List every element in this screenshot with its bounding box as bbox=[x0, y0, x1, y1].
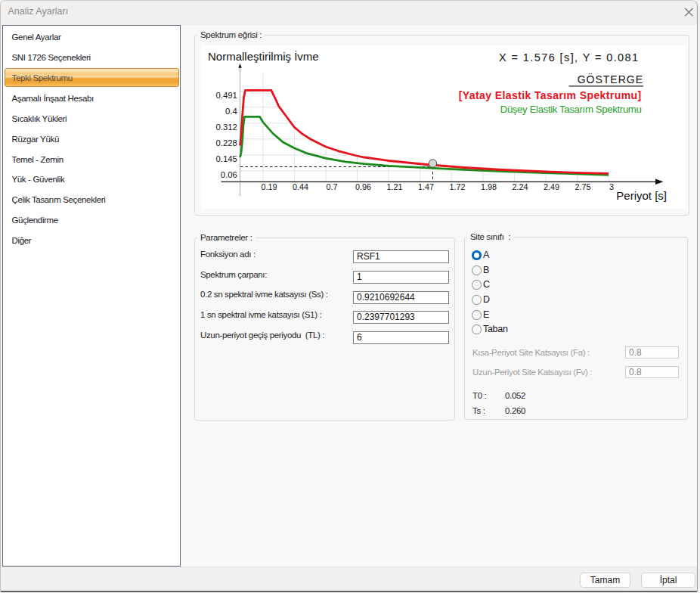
svg-text:GÖSTERGE: GÖSTERGE bbox=[578, 73, 643, 85]
svg-text:Normalleştirilmiş İvme: Normalleştirilmiş İvme bbox=[208, 50, 319, 63]
svg-text:2.75: 2.75 bbox=[575, 182, 590, 191]
svg-text:0.491: 0.491 bbox=[216, 91, 237, 100]
svg-text:0.145: 0.145 bbox=[216, 154, 237, 163]
svg-text:2.49: 2.49 bbox=[544, 182, 559, 191]
svg-text:1.72: 1.72 bbox=[449, 182, 465, 191]
svg-text:Periyot [s]: Periyot [s] bbox=[616, 189, 667, 202]
svg-text:0.44: 0.44 bbox=[293, 182, 308, 191]
svg-text:0.7: 0.7 bbox=[326, 182, 337, 191]
svg-text:0.228: 0.228 bbox=[216, 138, 237, 147]
svg-text:[Yatay Elastik Tasarım Spektru: [Yatay Elastik Tasarım Spektrumu] bbox=[459, 89, 642, 101]
svg-text:1.21: 1.21 bbox=[386, 182, 402, 191]
svg-text:2.24: 2.24 bbox=[512, 182, 528, 191]
svg-text:3: 3 bbox=[609, 182, 614, 191]
svg-text:1.47: 1.47 bbox=[418, 182, 434, 191]
svg-text:Düşey Elastik Tasarım Spektrum: Düşey Elastik Tasarım Spektrumu bbox=[500, 104, 642, 115]
svg-text:1.98: 1.98 bbox=[481, 182, 497, 191]
svg-text:0.06: 0.06 bbox=[221, 170, 237, 179]
svg-text:X = 1.576 [s], Y = 0.081: X = 1.576 [s], Y = 0.081 bbox=[499, 51, 639, 64]
svg-text:0.19: 0.19 bbox=[261, 182, 277, 191]
svg-text:0.96: 0.96 bbox=[355, 182, 371, 191]
svg-text:0.4: 0.4 bbox=[225, 107, 237, 116]
svg-text:0.312: 0.312 bbox=[216, 123, 237, 132]
